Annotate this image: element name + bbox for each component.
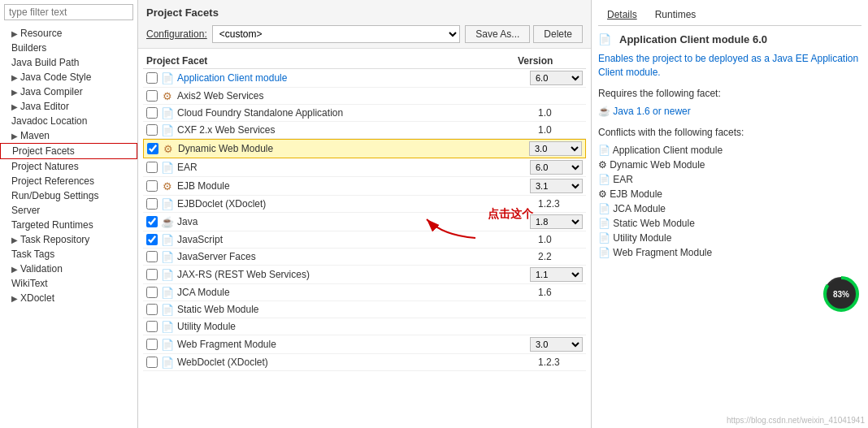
conflict-item: 📄 Utility Module xyxy=(598,231,861,245)
tab-details[interactable]: Details xyxy=(598,5,646,25)
version-select[interactable]: 6.0 xyxy=(530,71,583,85)
sidebar: ▶ResourceBuildersJava Build Path▶Java Co… xyxy=(0,0,138,428)
facet-row[interactable]: ⚙EJB Module3.1 xyxy=(143,177,586,196)
facet-name: Java xyxy=(177,216,530,227)
sidebar-item-maven[interactable]: ▶Maven xyxy=(0,128,137,143)
facet-checkbox[interactable] xyxy=(146,90,158,102)
facet-checkbox[interactable] xyxy=(146,180,158,192)
facet-checkbox[interactable] xyxy=(146,357,158,368)
facet-row[interactable]: 📄WebDoclet (XDoclet)1.2.3 xyxy=(143,354,586,371)
sidebar-item-builders[interactable]: Builders xyxy=(0,41,137,55)
watermark: https://blog.csdn.net/weixin_41041941 xyxy=(727,416,865,425)
delete-button[interactable]: Delete xyxy=(533,25,583,43)
sidebar-item-task-tags[interactable]: Task Tags xyxy=(0,247,137,262)
facet-row[interactable]: 📄Utility Module xyxy=(143,318,586,335)
config-label: Configuration: xyxy=(146,28,207,40)
doc-icon: 📄 xyxy=(161,338,174,351)
version-select[interactable]: 1.8 xyxy=(530,214,583,229)
sidebar-item-resource[interactable]: ▶Resource xyxy=(0,26,137,41)
facet-checkbox[interactable] xyxy=(146,321,158,332)
facet-row[interactable]: 📄Cloud Foundry Standalone Application1.0 xyxy=(143,105,586,122)
facet-row[interactable]: ⚙Dynamic Web Module3.0 xyxy=(143,139,586,158)
facet-name: CXF 2.x Web Services xyxy=(177,124,538,136)
facet-version: 1.6 xyxy=(538,287,583,298)
right-panel: Details Runtimes 📄 Application Client mo… xyxy=(592,0,868,428)
filter-input[interactable] xyxy=(4,4,133,20)
facet-row[interactable]: ☕Java1.8 xyxy=(143,213,586,231)
facet-row[interactable]: 📄JavaScript1.0 xyxy=(143,231,586,249)
facet-table-header: Project Facet Version xyxy=(143,52,586,69)
facet-version: 2.2 xyxy=(538,251,583,262)
tab-runtimes[interactable]: Runtimes xyxy=(646,5,705,25)
gear-icon: ⚙ xyxy=(161,179,174,192)
sidebar-item-java-code-style[interactable]: ▶Java Code Style xyxy=(0,70,137,84)
facet-checkbox[interactable] xyxy=(146,251,158,262)
facet-row[interactable]: 📄EJBDoclet (XDoclet)1.2.3 xyxy=(143,196,586,213)
sidebar-item-task-repository[interactable]: ▶Task Repository xyxy=(0,232,137,247)
facet-row[interactable]: 📄JCA Module1.6 xyxy=(143,284,586,301)
facet-checkbox[interactable] xyxy=(146,287,158,298)
sidebar-item-validation[interactable]: ▶Validation xyxy=(0,262,137,276)
main-container: ▶ResourceBuildersJava Build Path▶Java Co… xyxy=(0,0,868,428)
facet-row[interactable]: 📄Web Fragment Module3.0 xyxy=(143,335,586,354)
facet-row[interactable]: 📄EAR6.0 xyxy=(143,158,586,177)
facet-row[interactable]: 📄Application Client module6.0 xyxy=(143,69,586,88)
facet-checkbox[interactable] xyxy=(146,269,158,280)
facet-checkbox[interactable] xyxy=(146,162,158,173)
facet-checkbox[interactable] xyxy=(146,72,158,84)
facet-checkbox[interactable] xyxy=(146,234,158,245)
sidebar-item-project-references[interactable]: Project References xyxy=(0,174,137,188)
doc-icon: 📄 xyxy=(161,197,174,210)
doc-icon: 📄 xyxy=(161,320,174,333)
doc-icon: 📄 xyxy=(161,233,174,246)
sidebar-item-wikitext[interactable]: WikiText xyxy=(0,276,137,291)
facet-name: EJBDoclet (XDoclet) xyxy=(177,198,538,210)
facet-name: Axis2 Web Services xyxy=(177,90,538,102)
facet-row[interactable]: ⚙Axis2 Web Services xyxy=(143,88,586,105)
facet-checkbox[interactable] xyxy=(146,124,158,136)
config-row: Configuration: <custom> Save As... Delet… xyxy=(146,25,583,43)
sidebar-item-java-editor[interactable]: ▶Java Editor xyxy=(0,99,137,114)
conflict-item: 📄 JCA Module xyxy=(598,201,861,216)
facet-checkbox[interactable] xyxy=(146,216,158,227)
facet-version: 1.0 xyxy=(538,234,583,245)
conflict-item: ⚙ Dynamic Web Module xyxy=(598,158,861,172)
facet-name: Dynamic Web Module xyxy=(178,143,529,154)
sidebar-item-java-compiler[interactable]: ▶Java Compiler xyxy=(0,84,137,99)
facet-row[interactable]: 📄JAX-RS (REST Web Services)1.1 xyxy=(143,266,586,284)
java-icon: ☕ xyxy=(161,215,174,228)
version-select[interactable]: 3.0 xyxy=(529,141,582,156)
facet-checkbox[interactable] xyxy=(146,198,158,210)
save-as-button[interactable]: Save As... xyxy=(465,25,530,43)
sidebar-item-xdoclet[interactable]: ▶XDoclet xyxy=(0,291,137,305)
requires-items: ☕ Java 1.6 or newer xyxy=(598,104,861,119)
version-select[interactable]: 3.0 xyxy=(530,337,583,352)
facet-row[interactable]: 📄CXF 2.x Web Services1.0 xyxy=(143,122,586,139)
facet-name: Web Fragment Module xyxy=(177,339,530,350)
facet-row[interactable]: 📄JavaServer Faces2.2 xyxy=(143,249,586,266)
facet-version: 1.2.3 xyxy=(538,357,583,368)
sidebar-item-java-build-path[interactable]: Java Build Path xyxy=(0,55,137,70)
facet-name: Static Web Module xyxy=(177,304,538,315)
sidebar-item-server[interactable]: Server xyxy=(0,203,137,218)
doc-icon: 📄 xyxy=(161,161,174,174)
version-select[interactable]: 1.1 xyxy=(530,267,583,282)
facet-checkbox[interactable] xyxy=(146,304,158,315)
gear-icon: ⚙ xyxy=(161,89,174,102)
sidebar-item-project-facets[interactable]: Project Facets xyxy=(0,143,137,159)
sidebar-item-project-natures[interactable]: Project Natures xyxy=(0,159,137,174)
config-select[interactable]: <custom> xyxy=(212,25,461,43)
sidebar-item-targeted-runtimes[interactable]: Targeted Runtimes xyxy=(0,218,137,232)
facet-name: EJB Module xyxy=(177,180,530,192)
facet-table-wrapper: Project Facet Version 📄Application Clien… xyxy=(138,49,591,374)
facet-row[interactable]: 📄Static Web Module xyxy=(143,301,586,318)
facet-checkbox[interactable] xyxy=(146,339,158,350)
facet-version: 1.0 xyxy=(538,124,583,136)
facet-checkbox[interactable] xyxy=(146,107,158,119)
version-select[interactable]: 3.1 xyxy=(530,179,583,193)
sidebar-item-javadoc-location[interactable]: Javadoc Location xyxy=(0,114,137,128)
version-select[interactable]: 6.0 xyxy=(530,160,583,175)
facet-checkbox[interactable] xyxy=(147,143,158,154)
sidebar-item-run/debug-settings[interactable]: Run/Debug Settings xyxy=(0,188,137,203)
facet-name: EAR xyxy=(177,162,530,173)
